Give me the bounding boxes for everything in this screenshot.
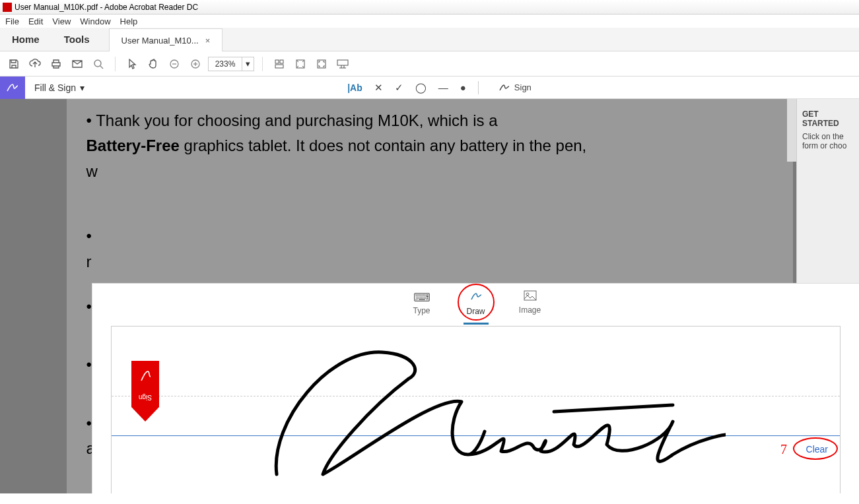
email-icon[interactable] xyxy=(69,55,86,73)
print-icon[interactable] xyxy=(48,55,65,73)
svg-line-1 xyxy=(100,66,103,69)
pointer-icon[interactable] xyxy=(123,55,141,73)
zoom-dropdown-icon[interactable]: ▾ xyxy=(242,57,254,71)
sig-tab-image-label: Image xyxy=(519,305,541,315)
menu-help[interactable]: Help xyxy=(120,16,138,26)
text-annotation-icon[interactable]: |Ab xyxy=(347,82,362,93)
line-icon[interactable]: — xyxy=(438,82,448,93)
annotation-circle-7 xyxy=(793,437,838,460)
sig-tab-image[interactable]: Image xyxy=(516,290,544,321)
annotation-number-7: 7 xyxy=(780,442,787,457)
signature-dialog: ⌨ Type Draw Image 5 xyxy=(92,284,859,493)
right-panel-hint: Click on the form or choo xyxy=(802,132,854,150)
doc-text: Battery-Free graphics tablet. It does no… xyxy=(86,133,793,158)
fill-sign-tools: |Ab ✕ ✓ ◯ — ● Sign xyxy=(94,81,793,94)
scrollbar[interactable] xyxy=(787,99,796,162)
separator xyxy=(478,81,479,94)
check-mark-icon[interactable]: ✓ xyxy=(395,82,403,94)
tab-tools-label: Tools xyxy=(64,34,90,45)
top-tabs: Home Tools User Manual_M10... × xyxy=(0,28,859,51)
search-icon[interactable] xyxy=(90,55,107,73)
window-titlebar: User Manual_M10K.pdf - Adobe Acrobat Rea… xyxy=(0,0,859,15)
doc-text: • xyxy=(86,224,793,249)
acrobat-app-icon xyxy=(3,3,12,12)
fit-width-icon[interactable] xyxy=(271,55,288,73)
tab-home[interactable]: Home xyxy=(0,28,52,51)
sign-here-flag: Sign xyxy=(131,361,159,422)
doc-text: r xyxy=(86,249,793,274)
fill-sign-bar: Fill & Sign ▾ |Ab ✕ ✓ ◯ — ● Sign xyxy=(0,77,859,99)
svg-rect-7 xyxy=(275,60,279,63)
tab-close-icon[interactable]: × xyxy=(205,36,211,46)
menu-edit[interactable]: Edit xyxy=(28,16,43,26)
hand-tool-icon[interactable] xyxy=(145,55,162,73)
sign-label: Sign xyxy=(514,82,532,92)
menubar: File Edit View Window Help xyxy=(0,15,859,28)
toolbar-separator xyxy=(115,57,116,71)
window-title: User Manual_M10K.pdf - Adobe Acrobat Rea… xyxy=(15,3,198,12)
tab-document-label: User Manual_M10... xyxy=(121,36,199,46)
signature-icon xyxy=(498,82,510,93)
main-toolbar: 233% ▾ xyxy=(0,51,859,77)
tab-tools[interactable]: Tools xyxy=(52,28,102,51)
signature-stroke xyxy=(250,342,726,488)
keyboard-icon: ⌨ xyxy=(413,290,430,305)
fit-page-icon[interactable] xyxy=(292,55,309,73)
sign-button[interactable]: Sign xyxy=(491,82,539,93)
save-icon[interactable] xyxy=(5,55,22,73)
svg-rect-8 xyxy=(280,60,283,63)
svg-point-0 xyxy=(94,60,101,67)
zoom-field[interactable]: 233% xyxy=(208,57,242,71)
read-mode-icon[interactable] xyxy=(334,55,351,73)
circle-icon[interactable]: ◯ xyxy=(415,82,427,94)
svg-rect-9 xyxy=(275,65,283,68)
fill-sign-tool-icon[interactable] xyxy=(0,77,25,99)
fullscreen-icon[interactable] xyxy=(313,55,330,73)
tab-document[interactable]: User Manual_M10... × xyxy=(109,28,223,51)
menu-view[interactable]: View xyxy=(52,16,71,26)
dot-icon[interactable]: ● xyxy=(460,82,466,93)
tab-home-label: Home xyxy=(12,34,40,45)
svg-rect-12 xyxy=(337,60,348,65)
zoom-in-icon[interactable] xyxy=(187,55,204,73)
menu-window[interactable]: Window xyxy=(80,16,110,26)
doc-text: w xyxy=(86,159,793,184)
fill-sign-dropdown[interactable]: Fill & Sign ▾ xyxy=(25,82,94,93)
signature-draw-area[interactable]: Sign Clear 7 xyxy=(111,326,841,493)
sig-tab-type[interactable]: ⌨ Type xyxy=(408,290,436,321)
image-icon xyxy=(524,290,537,304)
right-panel-header: GET STARTED xyxy=(802,110,854,128)
annotation-circle-5 xyxy=(458,284,495,321)
document-area: • Thank you for choosing and purchasing … xyxy=(0,99,859,493)
chevron-down-icon: ▾ xyxy=(80,82,85,93)
toolbar-separator xyxy=(262,57,263,71)
svg-text:Sign: Sign xyxy=(139,394,152,401)
zoom-out-icon[interactable] xyxy=(166,55,183,73)
cloud-upload-icon[interactable] xyxy=(26,55,44,73)
doc-text: • Thank you for choosing and purchasing … xyxy=(86,108,793,133)
signature-tabs: ⌨ Type Draw Image xyxy=(92,284,859,321)
x-mark-icon[interactable]: ✕ xyxy=(374,82,383,94)
menu-file[interactable]: File xyxy=(5,16,19,26)
sig-tab-type-label: Type xyxy=(413,306,430,315)
fill-sign-label: Fill & Sign xyxy=(34,82,76,93)
